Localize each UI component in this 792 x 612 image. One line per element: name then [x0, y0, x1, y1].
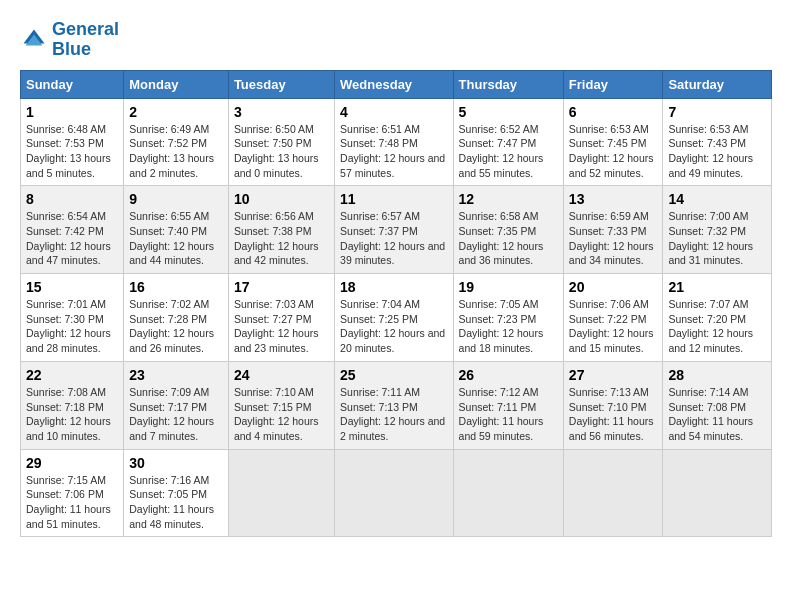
- sunset-label: Sunset: 7:27 PM: [234, 313, 312, 325]
- calendar-cell: 26 Sunrise: 7:12 AM Sunset: 7:11 PM Dayl…: [453, 361, 563, 449]
- daylight-label: Daylight: 12 hours and 23 minutes.: [234, 327, 319, 354]
- day-number: 23: [129, 367, 223, 383]
- sunrise-label: Sunrise: 7:09 AM: [129, 386, 209, 398]
- daylight-label: Daylight: 12 hours and 49 minutes.: [668, 152, 753, 179]
- calendar-cell: 9 Sunrise: 6:55 AM Sunset: 7:40 PM Dayli…: [124, 186, 229, 274]
- calendar-cell: 20 Sunrise: 7:06 AM Sunset: 7:22 PM Dayl…: [563, 274, 663, 362]
- day-info: Sunrise: 7:13 AM Sunset: 7:10 PM Dayligh…: [569, 385, 658, 444]
- sunset-label: Sunset: 7:42 PM: [26, 225, 104, 237]
- calendar-cell: 1 Sunrise: 6:48 AM Sunset: 7:53 PM Dayli…: [21, 98, 124, 186]
- sunrise-label: Sunrise: 7:01 AM: [26, 298, 106, 310]
- sunset-label: Sunset: 7:30 PM: [26, 313, 104, 325]
- day-info: Sunrise: 7:12 AM Sunset: 7:11 PM Dayligh…: [459, 385, 558, 444]
- column-header-monday: Monday: [124, 70, 229, 98]
- sunrise-label: Sunrise: 6:56 AM: [234, 210, 314, 222]
- sunset-label: Sunset: 7:50 PM: [234, 137, 312, 149]
- sunset-label: Sunset: 7:40 PM: [129, 225, 207, 237]
- sunrise-label: Sunrise: 7:02 AM: [129, 298, 209, 310]
- sunset-label: Sunset: 7:33 PM: [569, 225, 647, 237]
- sunrise-label: Sunrise: 6:57 AM: [340, 210, 420, 222]
- day-info: Sunrise: 6:53 AM Sunset: 7:43 PM Dayligh…: [668, 122, 766, 181]
- day-info: Sunrise: 7:00 AM Sunset: 7:32 PM Dayligh…: [668, 209, 766, 268]
- sunset-label: Sunset: 7:38 PM: [234, 225, 312, 237]
- daylight-label: Daylight: 12 hours and 52 minutes.: [569, 152, 654, 179]
- sunset-label: Sunset: 7:32 PM: [668, 225, 746, 237]
- sunset-label: Sunset: 7:20 PM: [668, 313, 746, 325]
- day-info: Sunrise: 6:51 AM Sunset: 7:48 PM Dayligh…: [340, 122, 447, 181]
- day-number: 28: [668, 367, 766, 383]
- sunrise-label: Sunrise: 6:53 AM: [569, 123, 649, 135]
- calendar-cell: 30 Sunrise: 7:16 AM Sunset: 7:05 PM Dayl…: [124, 449, 229, 537]
- calendar-cell: 13 Sunrise: 6:59 AM Sunset: 7:33 PM Dayl…: [563, 186, 663, 274]
- day-info: Sunrise: 6:55 AM Sunset: 7:40 PM Dayligh…: [129, 209, 223, 268]
- sunset-label: Sunset: 7:15 PM: [234, 401, 312, 413]
- day-info: Sunrise: 7:10 AM Sunset: 7:15 PM Dayligh…: [234, 385, 329, 444]
- day-number: 4: [340, 104, 447, 120]
- sunset-label: Sunset: 7:47 PM: [459, 137, 537, 149]
- daylight-label: Daylight: 12 hours and 26 minutes.: [129, 327, 214, 354]
- day-info: Sunrise: 6:48 AM Sunset: 7:53 PM Dayligh…: [26, 122, 118, 181]
- daylight-label: Daylight: 13 hours and 0 minutes.: [234, 152, 319, 179]
- calendar-cell: 3 Sunrise: 6:50 AM Sunset: 7:50 PM Dayli…: [228, 98, 334, 186]
- day-number: 22: [26, 367, 118, 383]
- day-info: Sunrise: 7:09 AM Sunset: 7:17 PM Dayligh…: [129, 385, 223, 444]
- column-header-thursday: Thursday: [453, 70, 563, 98]
- sunrise-label: Sunrise: 7:04 AM: [340, 298, 420, 310]
- sunset-label: Sunset: 7:18 PM: [26, 401, 104, 413]
- day-number: 17: [234, 279, 329, 295]
- sunset-label: Sunset: 7:08 PM: [668, 401, 746, 413]
- daylight-label: Daylight: 12 hours and 31 minutes.: [668, 240, 753, 267]
- week-row-5: 29 Sunrise: 7:15 AM Sunset: 7:06 PM Dayl…: [21, 449, 772, 537]
- daylight-label: Daylight: 12 hours and 34 minutes.: [569, 240, 654, 267]
- sunset-label: Sunset: 7:52 PM: [129, 137, 207, 149]
- calendar-cell: 15 Sunrise: 7:01 AM Sunset: 7:30 PM Dayl…: [21, 274, 124, 362]
- daylight-label: Daylight: 11 hours and 59 minutes.: [459, 415, 544, 442]
- day-info: Sunrise: 7:06 AM Sunset: 7:22 PM Dayligh…: [569, 297, 658, 356]
- calendar-cell: 19 Sunrise: 7:05 AM Sunset: 7:23 PM Dayl…: [453, 274, 563, 362]
- day-number: 8: [26, 191, 118, 207]
- sunset-label: Sunset: 7:23 PM: [459, 313, 537, 325]
- sunrise-label: Sunrise: 7:06 AM: [569, 298, 649, 310]
- sunset-label: Sunset: 7:45 PM: [569, 137, 647, 149]
- day-info: Sunrise: 6:50 AM Sunset: 7:50 PM Dayligh…: [234, 122, 329, 181]
- week-row-3: 15 Sunrise: 7:01 AM Sunset: 7:30 PM Dayl…: [21, 274, 772, 362]
- calendar-cell: [663, 449, 772, 537]
- day-info: Sunrise: 7:05 AM Sunset: 7:23 PM Dayligh…: [459, 297, 558, 356]
- header-row: SundayMondayTuesdayWednesdayThursdayFrid…: [21, 70, 772, 98]
- sunrise-label: Sunrise: 7:11 AM: [340, 386, 420, 398]
- calendar-cell: 4 Sunrise: 6:51 AM Sunset: 7:48 PM Dayli…: [335, 98, 453, 186]
- daylight-label: Daylight: 12 hours and 36 minutes.: [459, 240, 544, 267]
- daylight-label: Daylight: 13 hours and 2 minutes.: [129, 152, 214, 179]
- calendar-cell: 17 Sunrise: 7:03 AM Sunset: 7:27 PM Dayl…: [228, 274, 334, 362]
- daylight-label: Daylight: 12 hours and 20 minutes.: [340, 327, 445, 354]
- calendar-cell: [228, 449, 334, 537]
- daylight-label: Daylight: 12 hours and 39 minutes.: [340, 240, 445, 267]
- day-number: 24: [234, 367, 329, 383]
- sunrise-label: Sunrise: 7:10 AM: [234, 386, 314, 398]
- sunset-label: Sunset: 7:05 PM: [129, 488, 207, 500]
- sunset-label: Sunset: 7:43 PM: [668, 137, 746, 149]
- sunrise-label: Sunrise: 7:14 AM: [668, 386, 748, 398]
- sunrise-label: Sunrise: 6:53 AM: [668, 123, 748, 135]
- day-info: Sunrise: 7:02 AM Sunset: 7:28 PM Dayligh…: [129, 297, 223, 356]
- sunrise-label: Sunrise: 6:50 AM: [234, 123, 314, 135]
- day-number: 10: [234, 191, 329, 207]
- daylight-label: Daylight: 12 hours and 47 minutes.: [26, 240, 111, 267]
- sunset-label: Sunset: 7:13 PM: [340, 401, 418, 413]
- daylight-label: Daylight: 12 hours and 4 minutes.: [234, 415, 319, 442]
- calendar-cell: 24 Sunrise: 7:10 AM Sunset: 7:15 PM Dayl…: [228, 361, 334, 449]
- day-info: Sunrise: 6:59 AM Sunset: 7:33 PM Dayligh…: [569, 209, 658, 268]
- day-number: 13: [569, 191, 658, 207]
- calendar-cell: 28 Sunrise: 7:14 AM Sunset: 7:08 PM Dayl…: [663, 361, 772, 449]
- day-info: Sunrise: 7:04 AM Sunset: 7:25 PM Dayligh…: [340, 297, 447, 356]
- day-number: 18: [340, 279, 447, 295]
- logo: GeneralBlue: [20, 20, 119, 60]
- column-header-tuesday: Tuesday: [228, 70, 334, 98]
- day-info: Sunrise: 7:15 AM Sunset: 7:06 PM Dayligh…: [26, 473, 118, 532]
- day-number: 7: [668, 104, 766, 120]
- calendar-cell: 10 Sunrise: 6:56 AM Sunset: 7:38 PM Dayl…: [228, 186, 334, 274]
- column-header-saturday: Saturday: [663, 70, 772, 98]
- daylight-label: Daylight: 13 hours and 5 minutes.: [26, 152, 111, 179]
- sunset-label: Sunset: 7:06 PM: [26, 488, 104, 500]
- daylight-label: Daylight: 12 hours and 10 minutes.: [26, 415, 111, 442]
